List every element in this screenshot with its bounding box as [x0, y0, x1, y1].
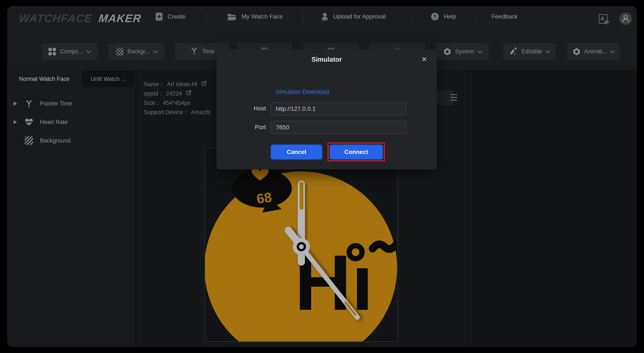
- background-icon: [25, 136, 33, 145]
- components-icon: [48, 48, 56, 56]
- watchface-info: Name： Art Ideas-Hi appId： 24224 Size： 45…: [144, 80, 210, 117]
- toolbar-button-background[interactable]: Backgr...: [108, 43, 164, 60]
- connect-highlight-box: Connect: [328, 142, 385, 162]
- tilde-icon: [372, 244, 396, 249]
- toolbar-button-animation[interactable]: Animat...: [567, 43, 620, 60]
- edit-icon[interactable]: [201, 80, 207, 89]
- svg-text:?: ?: [434, 14, 437, 19]
- toolbar-button-label: Editable: [522, 48, 542, 55]
- tab-label: Unlit Watch ...: [90, 76, 126, 82]
- info-appid-value: 24224: [166, 89, 182, 98]
- user-avatar[interactable]: [620, 12, 632, 25]
- app-logo: WATCHFACE MAKER: [18, 12, 142, 25]
- sidebar: [7, 70, 136, 347]
- chevron-down-icon: [86, 48, 91, 53]
- info-device-row: Support Device： Amazfit: [144, 108, 210, 117]
- person-icon: [321, 12, 328, 21]
- cancel-button[interactable]: Cancel: [271, 144, 322, 160]
- info-name-row: Name： Art Ideas-Hi: [144, 80, 210, 89]
- nav-item-upload-for-approval[interactable]: Upload for Approval: [321, 6, 386, 27]
- simulator-dialog: Simulator ✕ Simulator Download Host Port…: [216, 49, 437, 169]
- system-icon: [444, 48, 451, 56]
- hand-pivot: [293, 238, 310, 255]
- sidebar-item-pointer-time[interactable]: Pointer Time: [7, 97, 135, 110]
- info-size-value: 454*454px: [163, 98, 190, 108]
- toolbar-button-label: Time: [202, 48, 214, 55]
- app-window: WATCHFACE MAKER Create My Watch Face Upl…: [7, 6, 637, 347]
- info-size-label: Size：: [144, 98, 161, 108]
- background-icon: [116, 48, 124, 56]
- nav-divider: [303, 13, 303, 24]
- toolbar-button-label: System: [455, 48, 474, 55]
- sidebar-item-heart-rate[interactable]: Heart Rate: [7, 115, 135, 129]
- nav-item-label: Create: [168, 13, 186, 20]
- pointer-time-icon: [190, 46, 198, 56]
- svg-text:A: A: [600, 15, 605, 22]
- expand-arrow-placeholder: [14, 138, 17, 143]
- translate-icon[interactable]: A 中: [599, 14, 608, 24]
- nav-item-feedback[interactable]: Feedback: [492, 6, 518, 27]
- animation-icon: [573, 48, 580, 56]
- expand-arrow-icon[interactable]: [14, 102, 17, 106]
- port-label: Port: [219, 124, 266, 130]
- port-input[interactable]: [271, 121, 406, 134]
- info-name-label: Name：: [144, 80, 165, 89]
- toolbar-button-components[interactable]: Compo...: [42, 43, 98, 60]
- info-device-value: Amazfit: [191, 108, 210, 117]
- folder-icon: [227, 12, 237, 21]
- heart-rate-value: 68: [256, 189, 273, 206]
- chevron-down-icon: [153, 48, 158, 53]
- question-circle-icon: ?: [431, 12, 439, 21]
- file-plus-icon: [155, 12, 163, 21]
- dialog-title: Simulator: [216, 56, 437, 63]
- sidebar-item-label: Heart Rate: [40, 119, 68, 126]
- chevron-down-icon: [610, 48, 615, 53]
- editable-icon: [510, 47, 518, 56]
- close-icon[interactable]: ✕: [421, 55, 427, 63]
- watchface-preview: 68 Hı: [205, 148, 397, 342]
- edit-icon[interactable]: [186, 89, 192, 98]
- heart-rate-icon: [25, 118, 33, 126]
- host-label: Host: [219, 105, 266, 112]
- toolbar-button-label: Backgr...: [128, 48, 150, 55]
- toolbar-button-label: Animat...: [584, 48, 607, 55]
- info-name-value: Art Ideas-Hi: [167, 80, 197, 89]
- tab-normal-watch-face[interactable]: Normal Watch Face: [7, 70, 81, 87]
- right-panel: [466, 70, 637, 347]
- info-appid-row: appId： 24224: [144, 89, 210, 98]
- nav-item-create[interactable]: Create: [155, 6, 186, 27]
- watchface-canvas[interactable]: 68 Hı: [204, 148, 398, 342]
- toolbar-button-label: Compo...: [60, 48, 83, 55]
- logo-part-1: WATCHFACE: [18, 12, 93, 24]
- svg-text:中: 中: [604, 20, 609, 25]
- sidebar-tabbar: Normal Watch Face Unlit Watch ...: [7, 70, 136, 87]
- logo-part-2: MAKER: [98, 12, 142, 24]
- chevron-down-icon: [545, 48, 550, 53]
- sidebar-item-label: Background: [40, 137, 70, 144]
- sidebar-item-label: Pointer Time: [40, 100, 72, 107]
- nav-divider: [412, 13, 412, 24]
- sidebar-item-background[interactable]: Background: [7, 134, 135, 147]
- nav-divider: [206, 13, 206, 24]
- nav-item-label: Feedback: [492, 13, 518, 20]
- tab-label: Normal Watch Face: [19, 76, 70, 82]
- info-size-row: Size： 454*454px: [144, 98, 210, 108]
- menu-icon[interactable]: [450, 94, 457, 100]
- chevron-down-icon: [477, 48, 482, 53]
- toolbar-button-editable[interactable]: Editable: [504, 43, 556, 60]
- nav-divider: [476, 13, 476, 24]
- nav-item-label: Help: [444, 13, 456, 20]
- simulator-download-link[interactable]: Simulator Download: [276, 88, 329, 95]
- tab-unlit-watch-face[interactable]: Unlit Watch ...: [82, 70, 135, 87]
- nav-item-label: My Watch Face: [242, 13, 283, 20]
- connect-button[interactable]: Connect: [330, 144, 383, 160]
- pointer-time-icon: [25, 99, 33, 108]
- info-device-label: Support Device：: [144, 108, 189, 117]
- nav-item-my-watch-face[interactable]: My Watch Face: [227, 6, 283, 27]
- expand-arrow-icon[interactable]: [14, 120, 17, 124]
- toolbar-button-system[interactable]: System: [436, 43, 489, 60]
- info-appid-label: appId：: [144, 89, 164, 98]
- host-input[interactable]: [271, 102, 406, 116]
- nav-item-label: Upload for Approval: [333, 13, 386, 20]
- nav-item-help[interactable]: ? Help: [431, 6, 456, 27]
